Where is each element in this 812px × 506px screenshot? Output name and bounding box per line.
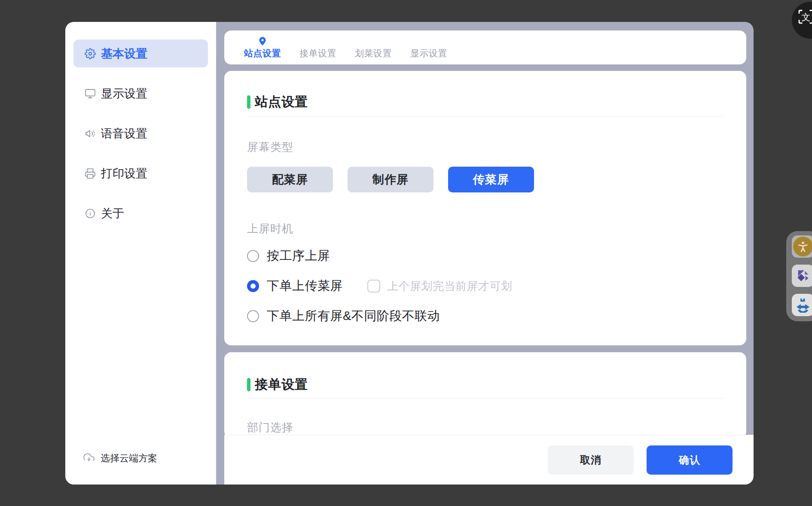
cloud-plan-link[interactable]: 选择云端方案 xyxy=(83,452,157,465)
settings-sidebar: 基本设置 显示设置 语音设置 xyxy=(65,22,216,485)
screen-type-serving-button[interactable]: 传菜屏 xyxy=(448,167,534,192)
cloud-plan-label: 选择云端方案 xyxy=(101,452,157,465)
department-select-label: 部门选择 xyxy=(247,420,293,435)
svg-text:文: 文 xyxy=(802,12,811,22)
section-title: 站点设置 xyxy=(255,93,308,111)
sidebar-item-about[interactable]: 关于 xyxy=(73,199,208,227)
printer-icon xyxy=(85,168,96,179)
sidebar-item-label: 打印设置 xyxy=(101,166,147,181)
radio-option-label: 按工序上屏 xyxy=(267,247,330,265)
sidebar-item-label: 关于 xyxy=(101,206,124,221)
radio-option-label: 下单上所有屏&不同阶段不联动 xyxy=(267,308,440,325)
info-icon xyxy=(85,208,96,219)
radio-option-on-order-serving-screen[interactable]: 下单上传菜屏 上个屏划完当前屏才可划 xyxy=(247,277,513,295)
tab-dish-marking-settings[interactable]: 划菜设置 xyxy=(355,49,392,58)
section-accent-bar xyxy=(247,378,250,391)
sidebar-item-label: 基本设置 xyxy=(101,46,147,61)
section-header: 站点设置 xyxy=(247,93,308,111)
radio-unchecked-icon xyxy=(247,250,259,262)
tab-label: 显示设置 xyxy=(410,48,447,58)
radio-unchecked-icon xyxy=(247,310,259,322)
tab-label: 站点设置 xyxy=(244,48,281,58)
settings-dialog: 基本设置 显示设置 语音设置 xyxy=(65,22,754,485)
screen-type-plating-button[interactable]: 配菜屏 xyxy=(247,167,333,192)
translate-fab[interactable]: 文 xyxy=(792,2,812,39)
section-divider xyxy=(247,116,723,116)
remote-control-app-icon[interactable] xyxy=(792,294,812,316)
section-header: 接单设置 xyxy=(247,376,308,393)
sidebar-item-basic-settings[interactable]: 基本设置 xyxy=(73,40,208,67)
radio-checked-icon xyxy=(247,280,259,292)
sidebar-nav: 基本设置 显示设置 语音设置 xyxy=(65,22,216,227)
tab-display-settings[interactable]: 显示设置 xyxy=(410,49,447,58)
cloud-download-icon xyxy=(83,453,95,464)
accessibility-app-icon[interactable] xyxy=(792,235,812,258)
section-accent-bar xyxy=(247,95,250,109)
timing-label: 上屏时机 xyxy=(247,221,293,236)
tab-site-settings[interactable]: 站点设置 xyxy=(244,49,281,58)
dialog-footer: 取消 确认 xyxy=(224,435,754,485)
floating-dock xyxy=(786,231,812,321)
sidebar-item-display-settings[interactable]: 显示设置 xyxy=(73,79,208,107)
sidebar-item-label: 显示设置 xyxy=(101,86,147,101)
screen-type-options: 配菜屏 制作屏 传菜屏 xyxy=(247,167,534,192)
tab-label: 划菜设置 xyxy=(355,48,392,58)
sidebar-item-voice-settings[interactable]: 语音设置 xyxy=(73,119,208,147)
sidebar-item-label: 语音设置 xyxy=(101,126,147,141)
prev-screen-done-label: 上个屏划完当前屏才可划 xyxy=(387,279,513,294)
gear-icon xyxy=(85,48,96,59)
tab-bar: 站点设置 接单设置 划菜设置 显示设置 xyxy=(224,30,746,64)
site-settings-card: 站点设置 屏幕类型 配菜屏 制作屏 传菜屏 上屏时机 按工序上屏 下单上传菜屏 xyxy=(224,71,746,345)
tab-label: 接单设置 xyxy=(299,48,336,58)
monitor-icon xyxy=(85,88,96,99)
tangram-logo-icon xyxy=(796,268,810,283)
speaker-icon xyxy=(85,128,96,139)
radio-option-by-process[interactable]: 按工序上屏 xyxy=(247,247,330,265)
sidebar-item-print-settings[interactable]: 打印设置 xyxy=(73,159,208,187)
screen-type-label: 屏幕类型 xyxy=(247,140,293,155)
tangram-app-icon[interactable] xyxy=(792,265,812,287)
radio-option-all-screens-unlinked[interactable]: 下单上所有屏&不同阶段不联动 xyxy=(247,308,440,325)
screen-type-cooking-button[interactable]: 制作屏 xyxy=(348,167,433,192)
remote-arrows-icon xyxy=(795,297,811,313)
order-settings-card: 接单设置 部门选择 xyxy=(224,352,746,438)
translate-icon: 文 xyxy=(797,7,812,26)
radio-option-label: 下单上传菜屏 xyxy=(267,277,343,295)
tab-order-settings[interactable]: 接单设置 xyxy=(299,49,336,58)
app-background: 基本设置 显示设置 语音设置 xyxy=(0,0,812,506)
settings-content: 站点设置 接单设置 划菜设置 显示设置 站点设置 屏幕类 xyxy=(224,22,754,485)
location-pin-icon xyxy=(259,37,266,46)
prev-screen-done-checkbox[interactable] xyxy=(367,280,380,293)
cancel-button[interactable]: 取消 xyxy=(548,445,634,475)
section-divider xyxy=(247,398,723,399)
section-title: 接单设置 xyxy=(255,376,308,393)
confirm-button[interactable]: 确认 xyxy=(647,445,733,475)
accessibility-icon xyxy=(793,237,812,256)
